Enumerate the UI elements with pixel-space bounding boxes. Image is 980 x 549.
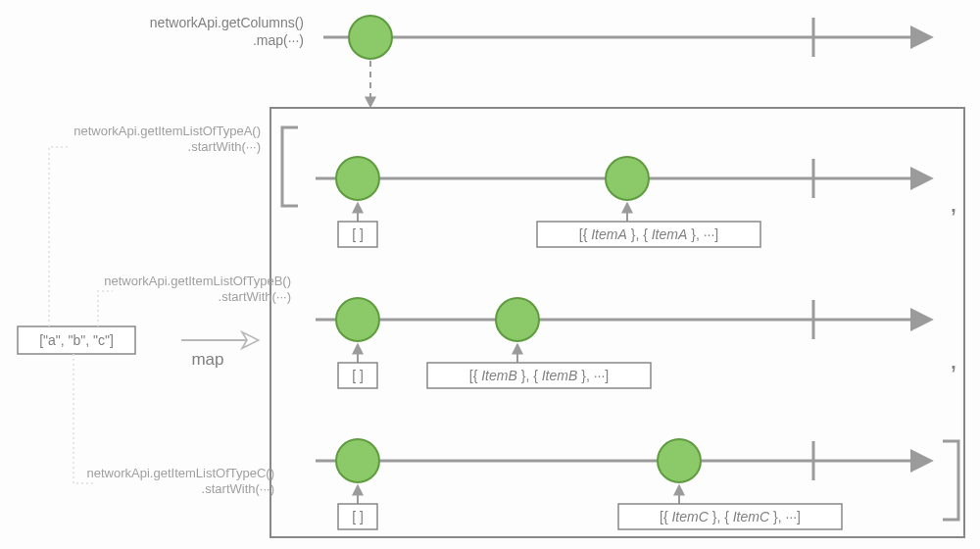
- stream-b-label-1: networkApi.getItemListOfTypeB(): [104, 274, 291, 288]
- input-array-text: ["a", "b", "c"]: [39, 332, 114, 348]
- stream-c-marble-2: [658, 439, 701, 482]
- input-array-group: ["a", "b", "c"]: [18, 326, 135, 354]
- dotted-connectors: [49, 147, 113, 483]
- top-marble: [349, 16, 392, 59]
- stream-b-marble-2: [496, 298, 539, 341]
- top-label-line1: networkApi.getColumns(): [150, 15, 304, 30]
- map-label: map: [191, 350, 223, 369]
- stream-c: networkApi.getItemListOfTypeC() .startWi…: [87, 439, 929, 529]
- stream-c-box2: [{ ItemC }, { ItemC }, ···]: [660, 509, 801, 524]
- top-label-line2: .map(···): [253, 32, 304, 48]
- stream-b-marble-1: [336, 298, 379, 341]
- stream-b-box1: [ ]: [352, 368, 364, 383]
- stream-a-marble-1: [336, 157, 379, 200]
- top-stream: networkApi.getColumns() .map(···): [150, 15, 929, 106]
- stream-c-label-1: networkApi.getItemListOfTypeC(): [87, 466, 274, 480]
- stream-b-box2: [{ ItemB }, { ItemB }, ···]: [469, 368, 609, 383]
- stream-a-label-1: networkApi.getItemListOfTypeA(): [74, 124, 261, 138]
- bracket-open-icon: [282, 127, 298, 206]
- stream-b: networkApi.getItemListOfTypeB() .startWi…: [104, 274, 929, 388]
- stream-c-box1: [ ]: [352, 509, 364, 524]
- comma-2: ,: [950, 344, 957, 374]
- stream-a-box1: [ ]: [352, 226, 364, 242]
- comma-1: ,: [950, 187, 957, 218]
- stream-a-label-2: .startWith(···): [188, 139, 261, 154]
- stream-c-marble-1: [336, 439, 379, 482]
- bracket-close-icon: [943, 441, 958, 520]
- stream-a-marble-2: [606, 157, 649, 200]
- stream-a-box2: [{ ItemA }, { ItemA }, ···]: [579, 226, 718, 242]
- stream-a: networkApi.getItemListOfTypeA() .startWi…: [74, 124, 929, 247]
- stream-c-label-2: .startWith(···): [202, 481, 274, 496]
- stream-b-label-2: .startWith(···): [219, 289, 291, 304]
